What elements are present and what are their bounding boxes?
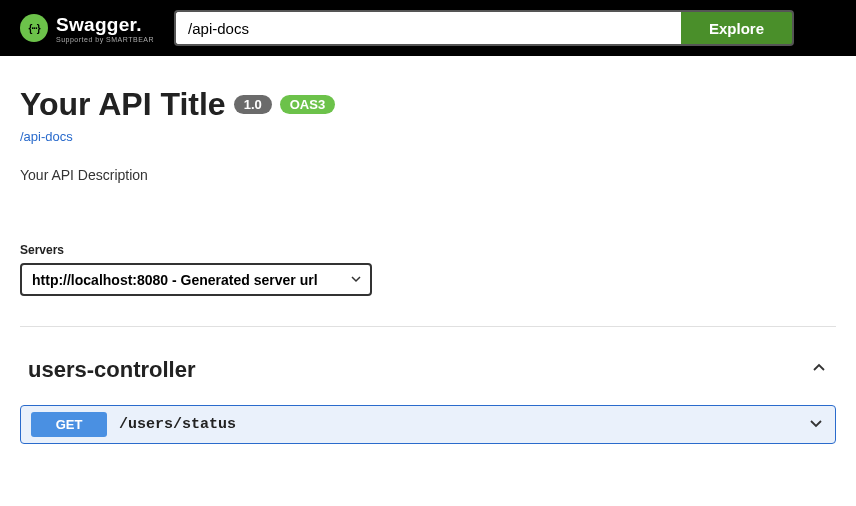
api-header: Your API Title 1.0 OAS3 bbox=[20, 86, 836, 123]
servers-label: Servers bbox=[20, 243, 836, 257]
swagger-logo[interactable]: {···} Swagger. Supported by SMARTBEAR bbox=[20, 14, 154, 43]
logo-text: Swagger. bbox=[56, 14, 154, 36]
api-title: Your API Title bbox=[20, 86, 226, 123]
explore-button[interactable]: Explore bbox=[681, 10, 794, 46]
logo-subtext: Supported by SMARTBEAR bbox=[56, 36, 154, 43]
api-description: Your API Description bbox=[20, 167, 836, 183]
chevron-up-icon bbox=[810, 359, 828, 381]
swagger-logo-icon: {···} bbox=[20, 14, 48, 42]
url-bar: Explore bbox=[174, 10, 794, 46]
chevron-down-icon bbox=[807, 414, 825, 436]
http-method-badge: GET bbox=[31, 412, 107, 437]
controller-header[interactable]: users-controller bbox=[20, 347, 836, 393]
endpoint-path: /users/status bbox=[119, 416, 795, 433]
server-select[interactable]: http://localhost:8080 - Generated server… bbox=[20, 263, 372, 296]
api-url-input[interactable] bbox=[174, 10, 681, 46]
topbar: {···} Swagger. Supported by SMARTBEAR Ex… bbox=[0, 0, 856, 56]
controller-title: users-controller bbox=[28, 357, 196, 383]
api-docs-link[interactable]: /api-docs bbox=[20, 129, 73, 144]
version-badge: 1.0 bbox=[234, 95, 272, 114]
oas-badge: OAS3 bbox=[280, 95, 335, 114]
endpoint-row[interactable]: GET /users/status bbox=[20, 405, 836, 444]
